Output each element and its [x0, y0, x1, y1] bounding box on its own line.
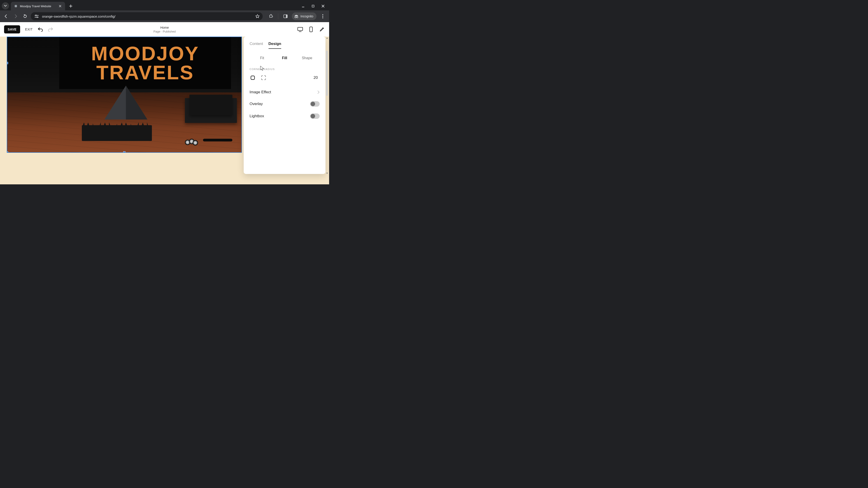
- nav-reload-button[interactable]: [21, 12, 29, 20]
- overlay-toggle[interactable]: [310, 101, 320, 107]
- styles-brush-button[interactable]: [319, 27, 325, 32]
- scroll-thumb[interactable]: [326, 51, 328, 96]
- fit-option-fill[interactable]: Fill: [273, 55, 296, 61]
- fit-mode-segmented: Fit Fill Shape: [250, 55, 320, 61]
- arrow-right-icon: [13, 14, 18, 18]
- tune-icon: [35, 15, 39, 18]
- panel-scrollbar[interactable]: ▲ ▼: [325, 38, 328, 173]
- svg-rect-2: [312, 5, 314, 7]
- url-input[interactable]: [42, 14, 253, 18]
- incognito-chip[interactable]: Incognito: [292, 12, 316, 20]
- paintbrush-icon: [319, 27, 324, 32]
- window-close-button[interactable]: [321, 4, 325, 8]
- tab-favicon-icon: [14, 4, 18, 8]
- browser-window: Moodjoy Travel Website: [0, 0, 329, 184]
- resize-handle-bottom-mid[interactable]: [123, 151, 125, 153]
- sidepanel-button[interactable]: [281, 12, 289, 20]
- image-prop-pen: [203, 139, 232, 141]
- extensions-button[interactable]: [267, 12, 275, 20]
- nav-forward-button[interactable]: [12, 12, 20, 20]
- tab-close-button[interactable]: [58, 4, 62, 8]
- mobile-preview-button[interactable]: [308, 27, 314, 32]
- save-button[interactable]: SAVE: [4, 25, 20, 33]
- editor-topbar: SAVE EXIT Home Page · Published: [0, 22, 329, 37]
- image-prop-keys: [185, 139, 198, 145]
- toolbar-right: Incognito: [267, 12, 327, 20]
- browser-menu-button[interactable]: [319, 12, 327, 20]
- new-tab-button[interactable]: [67, 3, 74, 9]
- svg-rect-14: [251, 76, 254, 79]
- fit-option-fit[interactable]: Fit: [251, 55, 273, 61]
- image-prop-box-lid: [189, 95, 232, 115]
- svg-rect-13: [310, 27, 312, 32]
- svg-point-4: [37, 17, 38, 18]
- svg-rect-12: [298, 27, 303, 31]
- window-controls: [301, 4, 329, 10]
- image-effect-label: Image Effect: [250, 90, 271, 94]
- corner-radius-individual-button[interactable]: [260, 74, 267, 81]
- toggle-knob: [311, 102, 315, 106]
- svg-point-7: [295, 17, 296, 18]
- toolbar-divider: [278, 13, 278, 19]
- tab-title: Moodjoy Travel Website: [20, 4, 51, 8]
- lightbox-label: Lightbox: [250, 114, 264, 119]
- window-maximize-button[interactable]: [311, 4, 315, 8]
- svg-point-9: [322, 14, 323, 15]
- minimize-icon: [302, 4, 305, 8]
- image-prop-corrugated: [82, 125, 152, 141]
- puzzle-icon: [269, 14, 273, 18]
- star-icon: [255, 14, 259, 18]
- overlay-label: Overlay: [250, 102, 263, 106]
- corner-radius-all-button[interactable]: [250, 74, 256, 81]
- image-effect-row[interactable]: Image Effect: [250, 90, 320, 94]
- corner-radius-label: CORNER RADIUS: [250, 68, 320, 70]
- tab-search-dropdown[interactable]: [2, 2, 9, 9]
- image-prop-pyramid: [104, 86, 147, 120]
- redo-button[interactable]: [48, 26, 53, 32]
- resize-handle-bottom-left[interactable]: [7, 151, 8, 153]
- mobile-icon: [309, 27, 313, 32]
- svg-point-3: [35, 15, 36, 16]
- image-title-card: MOODJOY TRAVELS: [59, 37, 231, 89]
- undo-button[interactable]: [37, 26, 43, 32]
- incognito-label: Incognito: [301, 14, 313, 18]
- kebab-icon: [322, 14, 323, 18]
- exit-button[interactable]: EXIT: [25, 28, 33, 31]
- tab-content[interactable]: Content: [250, 41, 263, 49]
- incognito-icon: [294, 14, 299, 18]
- bookmark-button[interactable]: [255, 14, 259, 18]
- chevron-right-icon: [317, 90, 320, 94]
- page-status: Page · Published: [153, 30, 176, 33]
- scroll-down-arrow-icon[interactable]: ▼: [326, 172, 328, 174]
- corner-radius-row: 20: [250, 74, 320, 81]
- corners-icon: [261, 75, 266, 80]
- desktop-preview-button[interactable]: [297, 27, 303, 32]
- editor-canvas[interactable]: MOODJOY TRAVELS Content Design: [0, 37, 329, 184]
- chevron-down-icon: [4, 4, 7, 7]
- undo-redo-group: [37, 26, 53, 32]
- browser-toolbar: Incognito: [0, 10, 329, 22]
- title-line-1: MOODJOY: [59, 44, 231, 63]
- fit-option-shape[interactable]: Shape: [296, 55, 318, 61]
- lightbox-toggle[interactable]: [310, 113, 320, 119]
- lightbox-row: Lightbox: [250, 113, 320, 119]
- window-minimize-button[interactable]: [301, 4, 305, 8]
- arrow-left-icon: [4, 14, 8, 18]
- svg-rect-6: [286, 15, 287, 18]
- resize-handle-left[interactable]: [7, 62, 8, 64]
- browser-titlebar: Moodjoy Travel Website: [0, 0, 329, 10]
- scroll-up-arrow-icon[interactable]: ▲: [326, 37, 328, 39]
- design-panel: Content Design Fit Fill Shape CORNER RAD…: [244, 37, 326, 174]
- corner-radius-value[interactable]: 20: [311, 74, 320, 81]
- overlay-row: Overlay: [250, 101, 320, 107]
- nav-back-button[interactable]: [2, 12, 10, 20]
- maximize-icon: [312, 5, 314, 7]
- site-info-button[interactable]: [34, 13, 39, 19]
- address-bar[interactable]: [31, 12, 263, 20]
- page-name: Home: [153, 26, 176, 29]
- panel-tabs: Content Design: [250, 41, 320, 49]
- selected-image-block[interactable]: MOODJOY TRAVELS: [7, 37, 242, 153]
- tab-design[interactable]: Design: [269, 41, 281, 49]
- browser-tab[interactable]: Moodjoy Travel Website: [11, 2, 65, 10]
- svg-rect-0: [15, 5, 17, 7]
